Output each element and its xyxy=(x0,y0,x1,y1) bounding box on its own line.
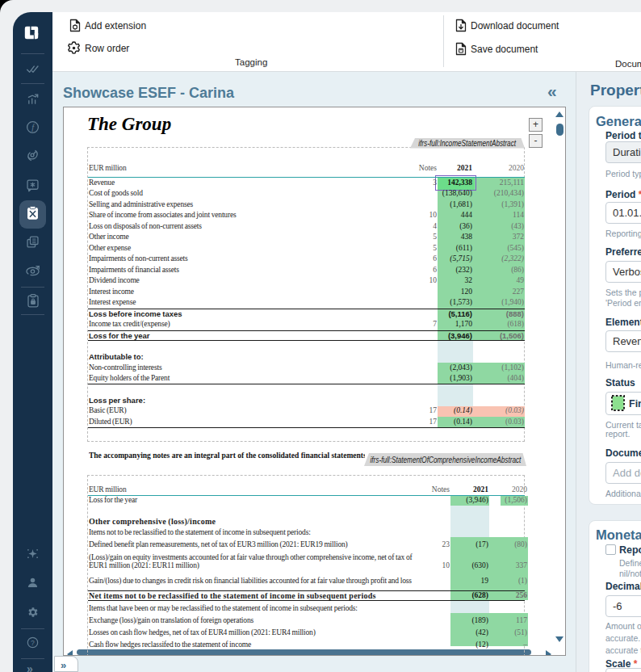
svg-text:?: ? xyxy=(31,638,35,646)
svg-text:f: f xyxy=(31,123,36,132)
